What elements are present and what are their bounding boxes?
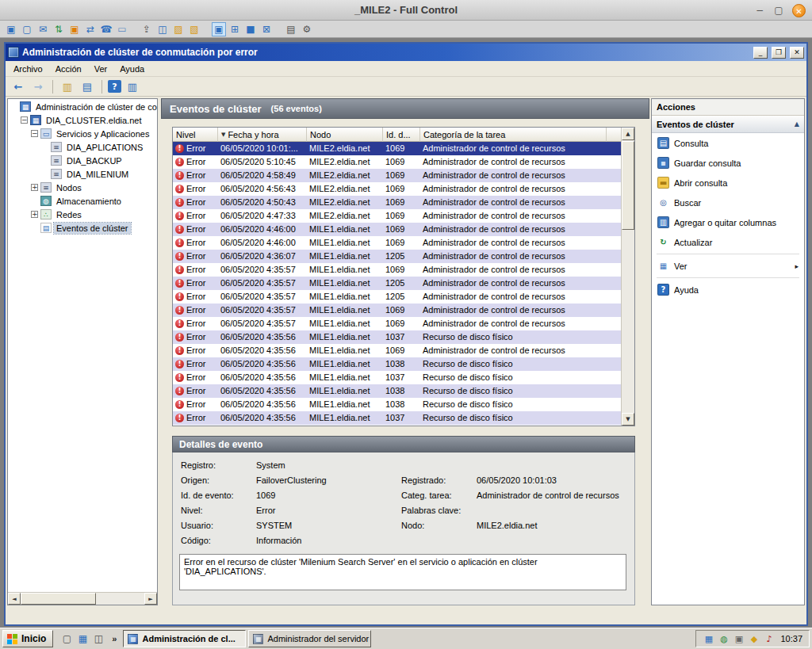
copy-settings-icon[interactable]: ▤ bbox=[284, 22, 298, 36]
show-hide-console-tree-icon[interactable]: ▥ bbox=[59, 78, 76, 94]
event-row[interactable]: !Error06/05/2020 10:01:...MILE2.eldia.ne… bbox=[173, 142, 621, 155]
users-icon[interactable]: ◫ bbox=[155, 22, 170, 36]
expand-icon[interactable]: + bbox=[31, 184, 38, 191]
sync-icon[interactable]: ⇄ bbox=[83, 22, 98, 36]
scrollbar-thumb[interactable] bbox=[21, 593, 96, 605]
action-agregar-o-quitar-columnas[interactable]: ▥Agregar o quitar columnas bbox=[652, 212, 804, 232]
view-close-icon[interactable]: ⊠ bbox=[259, 22, 274, 36]
event-row[interactable]: !Error06/05/2020 4:35:56MILE1.eldia.net1… bbox=[173, 384, 621, 398]
event-row[interactable]: !Error06/05/2020 4:35:57MILE1.eldia.net1… bbox=[173, 277, 621, 290]
scroll-up-icon[interactable]: ▲ bbox=[622, 128, 634, 140]
event-row[interactable]: !Error06/05/2020 4:50:43MILE2.eldia.net1… bbox=[173, 196, 621, 209]
show-desktop-icon[interactable]: ▢ bbox=[59, 632, 74, 646]
event-row[interactable]: !Error06/05/2020 4:35:57MILE1.eldia.net1… bbox=[173, 290, 621, 304]
tree-item-dia-backup[interactable]: ≡DIA_BACKUP bbox=[8, 154, 157, 167]
event-row[interactable]: !Error06/05/2020 4:46:00MILE1.eldia.net1… bbox=[173, 223, 621, 236]
menu-archivo[interactable]: Archivo bbox=[7, 62, 49, 76]
event-row[interactable]: !Error06/05/2020 4:58:49MILE2.eldia.net1… bbox=[173, 169, 621, 182]
secure-folder-alt-icon[interactable]: ▧ bbox=[187, 22, 201, 36]
tree-item-eventos-de-cluster[interactable]: ▤Eventos de clúster bbox=[8, 221, 157, 235]
action-ayuda[interactable]: ?Ayuda bbox=[652, 280, 804, 300]
events-vertical-scrollbar[interactable]: ▲ ▼ bbox=[621, 128, 634, 426]
back-icon[interactable]: ← bbox=[10, 78, 27, 94]
help-icon[interactable]: ? bbox=[108, 80, 121, 93]
remote-screen-alt-icon[interactable]: ▢ bbox=[20, 22, 34, 36]
action-actualizar[interactable]: ↻Actualizar bbox=[652, 232, 804, 252]
tree-item-dia-milenium[interactable]: ≡DIA_MILENIUM bbox=[8, 167, 157, 181]
maximize-icon[interactable]: ▢ bbox=[773, 5, 784, 16]
remote-screen-icon[interactable]: ▣ bbox=[4, 22, 18, 36]
window-minimize-icon[interactable]: _ bbox=[753, 47, 768, 59]
event-row[interactable]: !Error06/05/2020 4:35:56MILE1.eldia.net1… bbox=[173, 371, 621, 384]
event-row[interactable]: !Error06/05/2020 4:35:56MILE1.eldia.net1… bbox=[173, 357, 621, 371]
network-icon[interactable]: ◍ bbox=[718, 633, 730, 645]
event-row[interactable]: !Error06/05/2020 5:10:45MILE2.eldia.net1… bbox=[173, 155, 621, 169]
close-icon[interactable]: ✕ bbox=[792, 4, 806, 17]
event-row[interactable]: !Error06/05/2020 4:35:57MILE1.eldia.net1… bbox=[173, 317, 621, 330]
quick-launch-window-icon[interactable]: ◫ bbox=[91, 632, 105, 646]
tree-item-administracion-de-cluster-de-conmu[interactable]: ▦Administración de clúster de conmu bbox=[8, 100, 157, 113]
collapse-section-icon[interactable]: ▲ bbox=[795, 120, 799, 128]
event-row[interactable]: !Error06/05/2020 4:35:57MILE1.eldia.net1… bbox=[173, 304, 621, 317]
display-icon[interactable]: ▣ bbox=[733, 633, 745, 645]
policy-icon[interactable]: ▦ bbox=[703, 633, 714, 645]
clipboard-send-icon[interactable]: ⇪ bbox=[140, 22, 154, 36]
event-row[interactable]: !Error06/05/2020 4:36:07MILE1.eldia.net1… bbox=[173, 250, 621, 263]
window-titlebar[interactable]: Administración de clúster de conmutación… bbox=[6, 44, 806, 61]
scroll-left-icon[interactable]: ◄ bbox=[8, 593, 21, 605]
scroll-down-icon[interactable]: ▼ bbox=[622, 413, 634, 426]
stop-session-icon[interactable]: ▣ bbox=[67, 22, 82, 36]
quick-launch-explorer-icon[interactable]: ▦ bbox=[75, 632, 90, 646]
menu-accion[interactable]: Acción bbox=[49, 62, 88, 76]
event-row[interactable]: !Error06/05/2020 4:35:56MILE1.eldia.net1… bbox=[173, 398, 621, 411]
start-button[interactable]: Inicio bbox=[2, 630, 53, 647]
task-button-administracion-de-cl[interactable]: ▦Administración de cl... bbox=[123, 630, 246, 647]
collapse-icon[interactable]: − bbox=[21, 116, 28, 124]
forward-icon[interactable]: → bbox=[29, 78, 47, 94]
event-row[interactable]: !Error06/05/2020 4:35:56MILE1.eldia.net1… bbox=[173, 344, 621, 357]
export-list-icon[interactable]: ▤ bbox=[79, 78, 96, 94]
view-scaled-icon[interactable]: ■ bbox=[243, 22, 258, 36]
tree-item-almacenamiento[interactable]: ◍Almacenamiento bbox=[8, 194, 157, 208]
scroll-right-icon[interactable]: ► bbox=[144, 593, 157, 605]
tree-item-redes[interactable]: +∴Redes bbox=[8, 208, 157, 221]
collapse-icon[interactable]: − bbox=[31, 130, 38, 137]
minimize-icon[interactable]: − bbox=[754, 5, 765, 16]
menu-ver[interactable]: Ver bbox=[88, 62, 114, 76]
action-buscar[interactable]: ◎Buscar bbox=[652, 193, 804, 212]
tree-item-servicios-y-aplicaciones[interactable]: −▭Servicios y Aplicaciones bbox=[8, 127, 157, 140]
window-close-icon[interactable]: ✕ bbox=[790, 47, 804, 59]
window-maximize-icon[interactable]: ❐ bbox=[772, 47, 786, 59]
event-row[interactable]: !Error06/05/2020 4:35:56MILE1.eldia.net1… bbox=[173, 330, 621, 344]
action-consulta[interactable]: ▤Consulta bbox=[652, 133, 804, 153]
action-ver[interactable]: ▦Ver▸ bbox=[652, 256, 804, 276]
chat-icon[interactable]: ▭ bbox=[115, 22, 129, 36]
volume-icon[interactable]: ♪ bbox=[763, 633, 775, 645]
actions-section-header[interactable]: Eventos de clúster ▲ bbox=[652, 116, 804, 133]
scrollbar-thumb[interactable] bbox=[622, 141, 634, 230]
column-header-id-d[interactable]: Id. d... bbox=[383, 128, 420, 142]
tree-item-nodos[interactable]: +≡Nodos bbox=[8, 181, 157, 194]
tree-item-dia-aplications[interactable]: ≡DIA_APLICATIONS bbox=[8, 140, 157, 154]
action-guardar-consulta[interactable]: ▪Guardar consulta bbox=[652, 153, 804, 173]
task-button-administrador-del-servidor[interactable]: ▦Administrador del servidor bbox=[248, 630, 371, 647]
event-row[interactable]: !Error06/05/2020 4:35:57MILE1.eldia.net1… bbox=[173, 263, 621, 277]
event-row[interactable]: !Error06/05/2020 4:46:00MILE1.eldia.net1… bbox=[173, 236, 621, 250]
tree-horizontal-scrollbar[interactable]: ◄ ► bbox=[8, 592, 157, 605]
column-header-categoria-de-la-tarea[interactable]: Categoría de la tarea bbox=[420, 128, 607, 142]
tree-item-dia-cluster-eldia-net[interactable]: −▦DIA_CLUSTER.eldia.net bbox=[8, 113, 157, 127]
secure-folder-icon[interactable]: ▨ bbox=[171, 22, 186, 36]
quick-launch-overflow-chevron[interactable]: » bbox=[109, 634, 120, 643]
show-hide-action-pane-icon[interactable]: ▥ bbox=[124, 78, 141, 94]
column-header-nodo[interactable]: Nodo bbox=[307, 128, 383, 142]
tools-icon[interactable]: ⚙ bbox=[300, 22, 314, 36]
mail-icon[interactable]: ✉ bbox=[36, 22, 50, 36]
menu-ayuda[interactable]: Ayuda bbox=[113, 62, 151, 76]
phone-icon[interactable]: ☎ bbox=[99, 22, 113, 36]
view-fullscreen-icon[interactable]: ⊞ bbox=[228, 22, 242, 36]
column-header-fecha-y-hora[interactable]: ▼Fecha y hora bbox=[218, 128, 307, 142]
column-header-nivel[interactable]: Nivel bbox=[173, 128, 218, 142]
event-row[interactable]: !Error06/05/2020 4:47:33MILE2.eldia.net1… bbox=[173, 209, 621, 223]
view-normal-icon[interactable]: ▣ bbox=[212, 22, 226, 36]
event-row[interactable]: !Error06/05/2020 4:56:43MILE2.eldia.net1… bbox=[173, 182, 621, 196]
